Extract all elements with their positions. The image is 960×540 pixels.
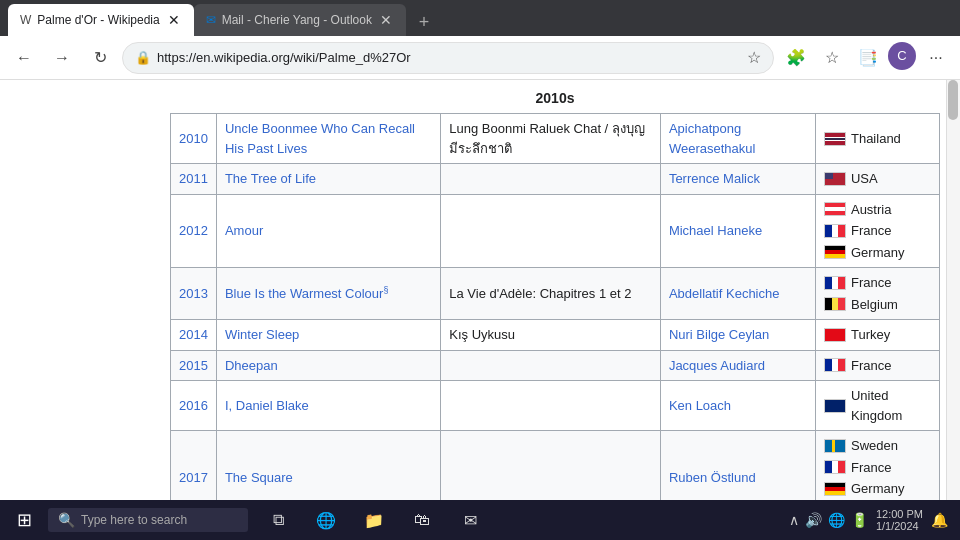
year-cell: 2013	[171, 268, 217, 320]
film-superscript: §	[383, 285, 388, 295]
address-bar[interactable]: 🔒 https://en.wikipedia.org/wiki/Palme_d%…	[122, 42, 774, 74]
taskbar-search-icon: 🔍	[58, 512, 75, 528]
taskbar-clock[interactable]: 12:00 PM1/1/2024	[876, 508, 923, 532]
original-title-cell	[441, 431, 661, 501]
taskbar-search-placeholder: Type here to search	[81, 513, 187, 527]
director-cell: Ken Loach	[660, 381, 815, 431]
taskbar-task-view[interactable]: ⧉	[258, 500, 298, 540]
taskbar-search[interactable]: 🔍 Type here to search	[48, 508, 248, 532]
taskbar-pinned-apps: ⧉ 🌐 📁 🛍 ✉	[258, 500, 490, 540]
extensions-button[interactable]: 🧩	[780, 42, 812, 74]
original-title-cell	[441, 350, 661, 381]
tab-wikipedia[interactable]: W Palme d'Or - Wikipedia ✕	[8, 4, 194, 36]
tab-outlook[interactable]: ✉ Mail - Cherie Yang - Outlook ✕	[194, 4, 406, 36]
original-title-cell	[441, 381, 661, 431]
director-cell: Abdellatif Kechiche	[660, 268, 815, 320]
country-name: France	[851, 458, 891, 478]
film-link[interactable]: The Square	[225, 470, 293, 485]
profile-avatar[interactable]: C	[888, 42, 916, 70]
country-name: Germany	[851, 479, 904, 499]
country-row: United Kingdom	[824, 386, 931, 425]
country-name: France	[851, 273, 891, 293]
tray-network-icon[interactable]: 🌐	[828, 512, 845, 528]
scroll-thumb[interactable]	[948, 80, 958, 120]
country-row: France	[824, 221, 931, 241]
director-link[interactable]: Jacques Audiard	[669, 358, 765, 373]
film-link[interactable]: Winter Sleep	[225, 327, 299, 342]
forward-button[interactable]: →	[46, 42, 78, 74]
year-cell: 2017	[171, 431, 217, 501]
favorites-button[interactable]: ☆	[816, 42, 848, 74]
germany-flag	[824, 245, 846, 259]
director-link[interactable]: Ken Loach	[669, 398, 731, 413]
taskbar-explorer[interactable]: 📁	[354, 500, 394, 540]
country-row: Germany	[824, 479, 931, 499]
settings-button[interactable]: ···	[920, 42, 952, 74]
tab-outlook-close[interactable]: ✕	[378, 10, 394, 30]
director-link[interactable]: Ruben Östlund	[669, 470, 756, 485]
reload-button[interactable]: ↻	[84, 42, 116, 74]
director-link[interactable]: Apichatpong Weerasethakul	[669, 121, 755, 156]
start-button[interactable]: ⊞	[4, 500, 44, 540]
new-tab-button[interactable]: +	[410, 8, 438, 36]
turkey-flag	[824, 328, 846, 342]
table-row: 2013Blue Is the Warmest Colour§La Vie d'…	[171, 268, 940, 320]
taskbar-edge[interactable]: 🌐	[306, 500, 346, 540]
section-heading: 2010s	[170, 80, 940, 113]
country-name: Austria	[851, 200, 891, 220]
film-link[interactable]: The Tree of Life	[225, 171, 316, 186]
original-title-cell	[441, 164, 661, 195]
film-cell: The Square	[216, 431, 440, 501]
film-cell: Uncle Boonmee Who Can Recall His Past Li…	[216, 114, 440, 164]
bookmark-star-icon[interactable]: ☆	[747, 48, 761, 67]
scrollbar[interactable]	[946, 80, 960, 500]
tab-wikipedia-label: Palme d'Or - Wikipedia	[37, 13, 159, 27]
original-title-cell: Lung Boonmi Raluek Chat / ลุงบุญมีระลึกช…	[441, 114, 661, 164]
france-flag	[824, 276, 846, 290]
collections-button[interactable]: 📑	[852, 42, 884, 74]
country-row: France	[824, 458, 931, 478]
country-row: Germany	[824, 243, 931, 263]
country-cell: SwedenFranceGermanyDenmark	[815, 431, 939, 501]
table-row: 2010Uncle Boonmee Who Can Recall His Pas…	[171, 114, 940, 164]
outlook-favicon: ✉	[206, 13, 216, 27]
palme-dor-table: 2010Uncle Boonmee Who Can Recall His Pas…	[170, 113, 940, 500]
country-name: France	[851, 356, 891, 376]
back-button[interactable]: ←	[8, 42, 40, 74]
director-link[interactable]: Terrence Malick	[669, 171, 760, 186]
country-cell: United Kingdom	[815, 381, 939, 431]
country-cell: Thailand	[815, 114, 939, 164]
germany-flag	[824, 482, 846, 496]
film-link[interactable]: Amour	[225, 223, 263, 238]
film-link[interactable]: Blue Is the Warmest Colour§	[225, 286, 388, 301]
tray-up-icon[interactable]: ∧	[789, 512, 799, 528]
director-link[interactable]: Abdellatif Kechiche	[669, 286, 780, 301]
taskbar-mail[interactable]: ✉	[450, 500, 490, 540]
film-cell: Winter Sleep	[216, 320, 440, 351]
austria-flag	[824, 202, 846, 216]
country-name: Germany	[851, 243, 904, 263]
country-row: Austria	[824, 200, 931, 220]
usa-flag	[824, 172, 846, 186]
country-row: Thailand	[824, 129, 931, 149]
director-link[interactable]: Nuri Bilge Ceylan	[669, 327, 769, 342]
taskbar-store[interactable]: 🛍	[402, 500, 442, 540]
country-cell: Turkey	[815, 320, 939, 351]
tray-volume-icon[interactable]: 🔊	[805, 512, 822, 528]
film-link[interactable]: Dheepan	[225, 358, 278, 373]
country-name: Sweden	[851, 436, 898, 456]
director-link[interactable]: Michael Haneke	[669, 223, 762, 238]
notifications-icon[interactable]: 🔔	[931, 512, 948, 528]
wiki-content: 2010s 2010Uncle Boonmee Who Can Recall H…	[0, 80, 960, 500]
france-flag	[824, 358, 846, 372]
lock-icon: 🔒	[135, 50, 151, 65]
tray-battery-icon[interactable]: 🔋	[851, 512, 868, 528]
film-link[interactable]: Uncle Boonmee Who Can Recall His Past Li…	[225, 121, 415, 156]
tab-outlook-label: Mail - Cherie Yang - Outlook	[222, 13, 372, 27]
tab-wikipedia-close[interactable]: ✕	[166, 10, 182, 30]
year-cell: 2016	[171, 381, 217, 431]
country-name: Turkey	[851, 325, 890, 345]
original-title-cell: Kış Uykusu	[441, 320, 661, 351]
belgium-flag	[824, 297, 846, 311]
film-link[interactable]: I, Daniel Blake	[225, 398, 309, 413]
